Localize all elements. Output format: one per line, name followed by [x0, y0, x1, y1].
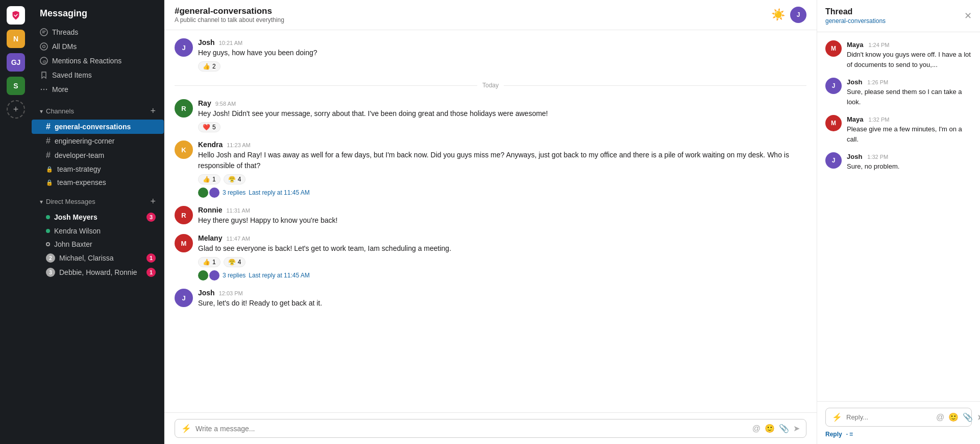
- thread-attachment-icon[interactable]: 📎: [963, 412, 973, 422]
- reply-label[interactable]: Reply: [825, 431, 842, 438]
- channel-team-expenses[interactable]: 🔒 team-expenses: [32, 176, 164, 189]
- thread-message-text: Didn't know you guys were off. I have a …: [847, 50, 972, 69]
- more-label: More: [52, 85, 68, 94]
- thread-message-time: 1:32 PM: [868, 116, 889, 123]
- thread-avatar: [198, 188, 208, 198]
- icon-bar: N GJ S +: [0, 0, 32, 444]
- attachment-icon[interactable]: 📎: [779, 424, 789, 433]
- reaction-frustrated[interactable]: 😤 4: [224, 257, 246, 267]
- channels-section-header[interactable]: ▾ Channels +: [32, 103, 164, 120]
- workspace-gj-avatar[interactable]: GJ: [7, 53, 25, 72]
- reaction-frustrated[interactable]: 😤 4: [224, 174, 246, 184]
- channel-developer-team[interactable]: # developer-team: [32, 148, 164, 162]
- current-user-avatar[interactable]: J: [790, 7, 806, 23]
- message-author: Ronnie: [198, 206, 222, 214]
- message-text: Hey guys, how have you been doing?: [198, 48, 806, 58]
- message-input[interactable]: [195, 425, 748, 433]
- thread-avatars: [198, 188, 219, 198]
- message-header: Melany 11:47 AM: [198, 234, 806, 242]
- thread-message-text: Sure, no problem.: [847, 161, 972, 172]
- close-thread-button[interactable]: ✕: [964, 10, 972, 21]
- emoji-icon[interactable]: 🙂: [765, 424, 775, 433]
- saved-items-label: Saved Items: [52, 71, 92, 79]
- chat-header: #general-conversations A public channel …: [164, 0, 817, 30]
- thread-message-time: 1:24 PM: [868, 42, 889, 48]
- dm-john-baxter[interactable]: John Baxter: [32, 238, 164, 251]
- message-content: Josh 12:03 PM Sure, let's do it! Ready t…: [198, 289, 806, 309]
- svg-point-0: [40, 29, 47, 36]
- avatar: K: [175, 141, 193, 159]
- thread-input-area: ⚡ @ 🙂 📎 ➤ Reply · =: [817, 401, 980, 444]
- thread-message-header: Josh 1:26 PM: [847, 78, 972, 86]
- reaction-heart[interactable]: ❤️ 5: [198, 122, 220, 132]
- dm-josh-meyers-badge: 3: [146, 213, 156, 222]
- channel-team-strategy[interactable]: 🔒 team-strategy: [32, 162, 164, 176]
- reply-thread-link[interactable]: 3 replies Last reply at 11:45 AM: [198, 270, 806, 281]
- message-reactions: 👍 1 😤 4: [198, 174, 806, 184]
- message-author: Kendra: [198, 141, 223, 149]
- thread-lightning-icon[interactable]: ⚡: [832, 412, 842, 422]
- sidebar-item-saved-items[interactable]: Saved Items: [32, 68, 164, 82]
- channel-info: #general-conversations A public channel …: [175, 6, 284, 24]
- channels-collapse-icon: ▾: [40, 108, 43, 115]
- channel-general-conversations[interactable]: # general-conversations: [32, 120, 164, 134]
- workspace-s-avatar[interactable]: S: [7, 77, 25, 95]
- sidebar-item-all-dms[interactable]: All DMs: [32, 39, 164, 54]
- reply-count: 3 replies: [223, 189, 246, 196]
- add-workspace-button[interactable]: +: [7, 100, 25, 119]
- lightning-icon[interactable]: ⚡: [181, 424, 191, 433]
- message-input-area: ⚡ @ 🙂 📎 ➤: [164, 412, 817, 444]
- theme-toggle-icon[interactable]: ☀️: [771, 8, 785, 21]
- group-number-indicator: 2: [46, 253, 55, 263]
- reaction-thumbsup[interactable]: 👍 1: [198, 257, 220, 267]
- thread-reply-input[interactable]: [846, 413, 932, 421]
- workspace-n-avatar[interactable]: N: [7, 30, 25, 48]
- message-reactions: ❤️ 5: [198, 122, 806, 132]
- message-header: Ray 9:58 AM: [198, 99, 806, 107]
- thread-at-icon[interactable]: @: [936, 413, 944, 422]
- reaction-thumbsup[interactable]: 👍 2: [198, 61, 220, 72]
- thread-avatar: M: [825, 40, 842, 57]
- reply-thread-link[interactable]: 3 replies Last reply at 11:45 AM: [198, 188, 806, 198]
- dm-section-header[interactable]: ▾ Direct Messages +: [32, 193, 164, 210]
- at-mention-icon[interactable]: @: [752, 424, 761, 433]
- thread-message-row: J Josh 1:32 PM Sure, no problem.: [825, 152, 972, 172]
- message-header: Kendra 11:23 AM: [198, 141, 806, 149]
- thread-message-content: Josh 1:32 PM Sure, no problem.: [847, 152, 972, 172]
- mentions-label: Mentions & Reactions: [52, 57, 121, 65]
- message-input-box: ⚡ @ 🙂 📎 ➤: [175, 419, 806, 438]
- svg-point-2: [43, 45, 45, 48]
- thread-reply-actions: Reply · =: [825, 431, 972, 438]
- more-icon: [40, 85, 48, 94]
- sidebar-item-threads[interactable]: Threads: [32, 25, 164, 39]
- dm-kendra-wilson[interactable]: Kendra Wilson: [32, 224, 164, 238]
- dm-josh-meyers[interactable]: Josh Meyers 3: [32, 210, 164, 224]
- avatar: R: [175, 99, 193, 118]
- message-header: Ronnie 11:31 AM: [198, 206, 806, 214]
- add-dm-button[interactable]: +: [150, 196, 156, 207]
- message-content: Josh 10:21 AM Hey guys, how have you bee…: [198, 38, 806, 72]
- thread-send-icon[interactable]: ➤: [977, 412, 980, 422]
- thread-message-time: 1:26 PM: [867, 79, 888, 85]
- channel-engineering-corner[interactable]: # engineering-corner: [32, 134, 164, 148]
- all-dms-label: All DMs: [52, 42, 77, 51]
- channels-section: ▾ Channels + # general-conversations # e…: [32, 103, 164, 189]
- online-status-indicator: [46, 215, 50, 219]
- thread-emoji-icon[interactable]: 🙂: [948, 412, 959, 422]
- app-logo[interactable]: [7, 6, 25, 25]
- avatar: R: [175, 206, 193, 224]
- reaction-thumbsup[interactable]: 👍 1: [198, 174, 220, 184]
- message-content: Melany 11:47 AM Glad to see everyone is …: [198, 234, 806, 281]
- mention-icon: @: [40, 57, 48, 65]
- sidebar: Messaging Threads All DMs @ Mentions & R…: [32, 0, 164, 444]
- add-channel-button[interactable]: +: [150, 106, 156, 116]
- thread-message-author: Maya: [847, 115, 864, 123]
- dm-michael-clarissa[interactable]: 2 Michael, Clarissa 1: [32, 251, 164, 265]
- message-header: Josh 10:21 AM: [198, 38, 806, 46]
- message-text: Hello Josh and Ray! I was away as well f…: [198, 150, 806, 171]
- dm-debbie-howard-ronnie[interactable]: 3 Debbie, Howard, Ronnie 1: [32, 265, 164, 279]
- thread-avatar: J: [825, 78, 842, 94]
- sidebar-item-more[interactable]: More: [32, 82, 164, 97]
- sidebar-item-mentions-reactions[interactable]: @ Mentions & Reactions: [32, 54, 164, 68]
- send-icon[interactable]: ➤: [793, 424, 800, 433]
